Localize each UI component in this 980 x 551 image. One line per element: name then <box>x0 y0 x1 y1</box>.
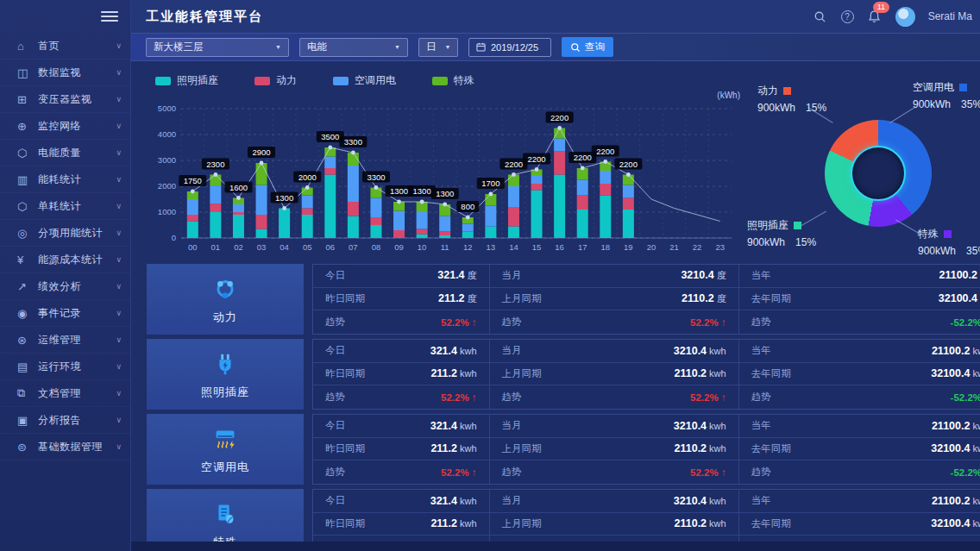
callout-swatch <box>944 230 952 238</box>
svg-text:2200: 2200 <box>527 154 545 164</box>
metric-label: 趋势 <box>502 391 522 404</box>
metric-cell: 昨日同期211.2kwh <box>313 363 489 386</box>
svg-text:800: 800 <box>461 202 474 211</box>
sidebar-item-analysis-report[interactable]: ▣分析报告∨ <box>0 407 130 434</box>
metric-value: 32100.4kwh <box>931 367 980 379</box>
svg-text:3300: 3300 <box>344 137 362 147</box>
metric-unit: kwh <box>972 443 980 454</box>
svg-text:05: 05 <box>303 242 312 252</box>
callout-swatch <box>959 84 967 91</box>
dashboard-content: 照明插座动力空调用电特殊 (kWh)0100020003000400050000… <box>131 61 980 551</box>
docs-icon: ⧉ <box>17 386 38 400</box>
svg-text:1300: 1300 <box>390 186 408 196</box>
metric-value: 21100.2kwh <box>932 420 980 432</box>
svg-text:0: 0 <box>172 233 176 242</box>
metric-unit: kwh <box>460 421 477 431</box>
svg-text:00: 00 <box>188 242 198 252</box>
category-cell-照明插座[interactable]: 照明插座 <box>147 339 304 410</box>
building-select[interactable]: 新大楼三层 ▼ <box>146 38 289 57</box>
legend-item-特殊[interactable]: 特殊 <box>432 73 474 88</box>
sidebar-item-ops-management[interactable]: ⊛运维管理∨ <box>0 327 130 354</box>
period-select[interactable]: 日 ▼ <box>418 38 458 57</box>
metric-cell: 上月同期2110.2度 <box>489 288 738 311</box>
legend-item-动力[interactable]: 动力 <box>254 73 297 88</box>
energy-type-select-value: 电能 <box>307 41 327 53</box>
search-icon <box>570 42 581 53</box>
sidebar-item-home[interactable]: ⌂首页∨ <box>0 33 130 59</box>
metric-unit: kwh <box>972 368 980 379</box>
sidebar-item-subitem-energy-stats[interactable]: ◎分项用能统计∨ <box>0 220 130 247</box>
svg-text:3300: 3300 <box>367 172 385 182</box>
energy-type-select[interactable]: 电能 ▼ <box>299 38 408 57</box>
callout-title: 照明插座 <box>747 218 816 233</box>
sidebar-item-energy-cost-stats[interactable]: ¥能源成本统计∨ <box>0 247 130 273</box>
app-window: ⌂首页∨◫数据监视∨⊞变压器监视∨⊕监控网络∨⬡电能质量∨▥能耗统计∨⬡单耗统计… <box>0 0 980 551</box>
svg-text:1300: 1300 <box>413 186 431 196</box>
metric-cell: 趋势52.2% ↑ <box>313 460 489 484</box>
report-icon: ▣ <box>17 414 38 427</box>
callout-title: 特殊 <box>918 227 980 241</box>
svg-text:1750: 1750 <box>184 176 202 185</box>
hamburger-icon[interactable] <box>101 9 118 24</box>
metric-label: 昨日同期 <box>325 367 365 380</box>
metric-cell: 趋势52.2% ↑ <box>313 385 489 409</box>
metric-unit: kwh <box>709 496 726 506</box>
metric-unit: kwh <box>460 443 477 454</box>
callout-line <box>889 107 914 123</box>
metric-cell: 趋势-52.2% ↓ <box>738 310 980 334</box>
sidebar-menu: ⌂首页∨◫数据监视∨⊞变压器监视∨⊕监控网络∨⬡电能质量∨▥能耗统计∨⬡单耗统计… <box>0 33 130 460</box>
sidebar-item-power-quality[interactable]: ⬡电能质量∨ <box>0 140 130 166</box>
search-icon[interactable] <box>813 9 828 24</box>
legend-item-空调用电[interactable]: 空调用电 <box>333 73 396 88</box>
sidebar-item-transformer-monitor[interactable]: ⊞变压器监视∨ <box>0 86 130 113</box>
svg-text:19: 19 <box>624 242 633 252</box>
bar-value-label: 1700 <box>477 178 505 189</box>
metric-value: 321.4kwh <box>430 345 477 357</box>
metric-cell: 当月3210.4kwh <box>489 490 738 513</box>
metric-cell: 今日321.4度 <box>313 265 489 288</box>
chevron-down-icon: ∨ <box>116 282 122 291</box>
category-cell-动力[interactable]: 动力 <box>147 264 304 335</box>
callout-values: 900kWh15% <box>747 236 816 248</box>
metric-label: 趋势 <box>751 316 771 329</box>
notifications-bell-icon[interactable]: 11 <box>867 9 883 24</box>
metric-cell: 昨日同期211.2kwh <box>313 513 489 536</box>
metric-label: 今日 <box>325 494 345 507</box>
help-icon[interactable]: ? <box>841 10 854 23</box>
sidebar-item-label: 绩效分析 <box>38 279 116 294</box>
sidebar-item-performance-analysis[interactable]: ↗绩效分析∨ <box>0 273 130 300</box>
sidebar-item-label: 能耗统计 <box>38 172 116 187</box>
sidebar-item-base-data-management[interactable]: ⊜基础数据管理∨ <box>0 434 130 460</box>
network-icon: ⊕ <box>17 120 38 133</box>
chevron-down-icon: ▼ <box>437 44 451 50</box>
callout-amount: 900kWh <box>913 98 951 110</box>
metric-label: 趋势 <box>751 466 771 479</box>
user-name[interactable]: Serati Ma <box>928 10 972 22</box>
bar-value-label: 2200 <box>614 159 642 170</box>
sidebar-item-data-monitor[interactable]: ◫数据监视∨ <box>0 59 130 86</box>
sidebar-item-monitor-network[interactable]: ⊕监控网络∨ <box>0 113 130 140</box>
sidebar-item-energy-stats[interactable]: ▥能耗统计∨ <box>0 166 130 193</box>
period-select-value: 日 <box>426 41 437 53</box>
metric-cell: 今日321.4kwh <box>313 415 489 438</box>
metric-label: 趋势 <box>751 391 771 404</box>
metric-cell: 当月3210.4度 <box>489 265 738 288</box>
legend-swatch <box>333 77 349 85</box>
date-picker[interactable]: 2019/12/25 <box>468 38 551 57</box>
sidebar-item-unit-consumption-stats[interactable]: ⬡单耗统计∨ <box>0 193 130 220</box>
sidebar-item-document-management[interactable]: ⧉文档管理∨ <box>0 380 130 407</box>
legend-item-照明插座[interactable]: 照明插座 <box>155 73 218 88</box>
metric-cell: 昨日同期211.2kwh <box>313 438 489 461</box>
sidebar-item-runtime-environment[interactable]: ▤运行环境∨ <box>0 354 130 380</box>
query-button[interactable]: 查询 <box>562 37 613 57</box>
category-cell-空调用电[interactable]: 空调用电 <box>147 414 304 485</box>
svg-text:2200: 2200 <box>574 153 592 162</box>
avatar[interactable] <box>895 7 915 27</box>
metric-unit: 度 <box>468 270 477 280</box>
plug-icon <box>210 349 240 382</box>
legend-label: 动力 <box>276 73 297 88</box>
sidebar-item-event-log[interactable]: ◉事件记录∨ <box>0 300 130 327</box>
metric-label: 当年 <box>751 344 771 357</box>
donut-chart <box>825 120 932 227</box>
notification-badge: 11 <box>873 2 889 13</box>
